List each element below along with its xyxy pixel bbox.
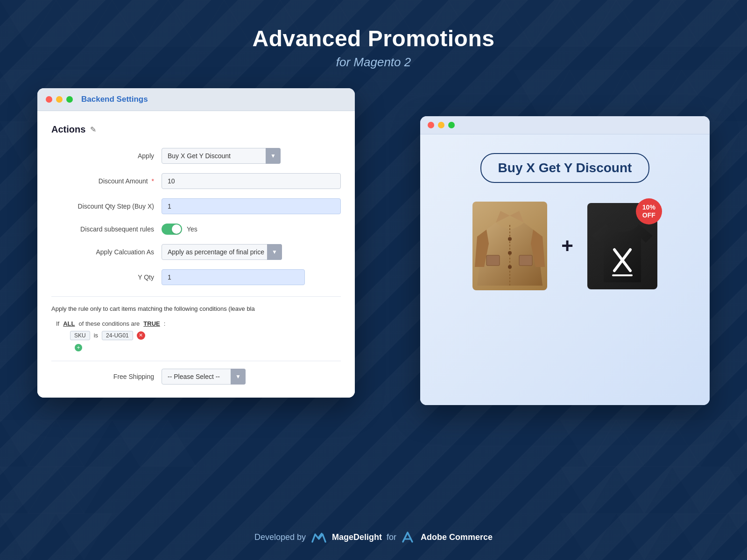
jacket-image	[472, 202, 547, 290]
jacket-product	[472, 202, 547, 290]
discount-off: OFF	[642, 211, 655, 219]
svg-point-70	[508, 237, 512, 241]
main-title: Advanced Promotions	[0, 26, 747, 51]
content-area: Backend Settings Actions ✎ Apply Buy X G…	[0, 84, 747, 448]
free-shipping-select[interactable]: -- Please Select -- Yes No	[162, 369, 246, 385]
remove-condition-button[interactable]: ✕	[137, 331, 145, 340]
edit-icon[interactable]: ✎	[90, 125, 96, 134]
toggle-container: Yes	[162, 224, 341, 235]
magedelight-brand-text: MageDelight	[332, 532, 382, 542]
adobe-commerce-brand-text: Adobe Commerce	[421, 532, 493, 542]
svg-marker-56	[0, 467, 56, 513]
discount-qty-row: Discount Qty Step (Buy X)	[51, 198, 341, 214]
discount-badge: 10% OFF	[636, 198, 662, 224]
discount-percent: 10%	[642, 203, 655, 211]
y-qty-input[interactable]	[162, 269, 305, 285]
preview-minimize-dot[interactable]	[438, 122, 444, 128]
backend-window: Backend Settings Actions ✎ Apply Buy X G…	[37, 88, 355, 398]
toggle-yes-label: Yes	[187, 225, 197, 233]
plus-sign: +	[561, 234, 573, 258]
apply-calc-row: Apply Calcuation As Apply as percentage …	[51, 244, 341, 260]
preview-window: Buy X Get Y Discount	[420, 116, 710, 405]
svg-rect-73	[486, 255, 500, 266]
maximize-dot[interactable]	[66, 96, 73, 103]
sku-value: 24-UG01	[102, 331, 133, 340]
apply-control: Buy X Get Y Discount Percent of product …	[162, 148, 341, 164]
window-controls	[46, 96, 73, 103]
svg-rect-74	[519, 255, 532, 266]
discount-amount-label: Discount Amount *	[51, 177, 154, 185]
is-text: is	[94, 332, 98, 339]
free-shipping-label: Free Shipping	[51, 373, 154, 380]
promo-badge: Buy X Get Y Discount	[480, 153, 650, 183]
free-shipping-select-wrapper: -- Please Select -- Yes No ▼	[162, 369, 246, 385]
apply-calc-label: Apply Calcuation As	[51, 248, 154, 256]
discard-rules-row: Discard subsequent rules Yes	[51, 224, 341, 235]
if-text: If	[56, 320, 59, 327]
discount-amount-row: Discount Amount *	[51, 173, 341, 189]
promo-badge-text: Buy X Get Y Discount	[498, 161, 632, 175]
conditions-of-text: of these conditions are	[79, 320, 140, 327]
y-qty-row: Y Qty	[51, 269, 341, 285]
discount-amount-input[interactable]	[162, 173, 341, 189]
preview-body: Buy X Get Y Discount	[420, 134, 710, 405]
sku-condition-row: SKU is 24-UG01 ✕	[65, 331, 341, 340]
discount-qty-control	[162, 198, 341, 214]
add-condition-button[interactable]: +	[75, 344, 82, 351]
discard-rules-control: Yes	[162, 224, 341, 235]
apply-select-wrapper: Buy X Get Y Discount Percent of product …	[162, 148, 281, 164]
close-dot[interactable]	[46, 96, 52, 103]
window-titlebar: Backend Settings	[37, 88, 355, 111]
page-header: Advanced Promotions for Magento 2	[0, 0, 747, 84]
svg-marker-62	[700, 467, 747, 513]
svg-marker-60	[616, 467, 672, 513]
adobe-commerce-logo-icon	[401, 531, 416, 544]
svg-marker-59	[560, 467, 616, 513]
svg-marker-57	[56, 467, 112, 513]
apply-calc-control: Apply as percentage of final price Apply…	[162, 244, 341, 260]
svg-marker-61	[672, 467, 728, 513]
svg-marker-58	[28, 467, 84, 513]
add-condition-row: +	[61, 344, 341, 351]
products-row: +	[434, 202, 696, 290]
discount-qty-label: Discount Qty Step (Buy X)	[51, 203, 154, 210]
minimize-dot[interactable]	[56, 96, 63, 103]
preview-close-dot[interactable]	[428, 122, 434, 128]
apply-select[interactable]: Buy X Get Y Discount Percent of product …	[162, 148, 281, 164]
free-shipping-row: Free Shipping -- Please Select -- Yes No…	[51, 361, 341, 385]
magedelight-logo-icon	[310, 531, 327, 544]
window-body: Actions ✎ Apply Buy X Get Y Discount Per…	[37, 111, 355, 398]
svg-point-71	[508, 251, 512, 255]
y-qty-control	[162, 269, 341, 285]
page-footer: Developed by MageDelight for Adobe Comme…	[0, 531, 747, 544]
discard-rules-toggle[interactable]	[162, 224, 182, 235]
apply-row: Apply Buy X Get Y Discount Percent of pr…	[51, 148, 341, 164]
true-keyword[interactable]: TRUE	[143, 320, 160, 327]
discount-amount-control	[162, 173, 341, 189]
footer-content: Developed by MageDelight for Adobe Comme…	[0, 531, 747, 544]
required-indicator: *	[152, 177, 154, 185]
tshirt-product: 10% OFF	[587, 203, 657, 289]
preview-titlebar	[420, 116, 710, 134]
discount-qty-input[interactable]	[162, 198, 341, 214]
condition-description: Apply the rule only to cart items matchi…	[51, 304, 341, 314]
for-text: for	[387, 532, 396, 542]
free-shipping-control: -- Please Select -- Yes No ▼	[162, 369, 341, 385]
actions-header: Actions ✎	[51, 124, 341, 135]
discard-rules-label: Discard subsequent rules	[51, 225, 154, 233]
condition-logic-row: If ALL of these conditions are TRUE :	[51, 320, 341, 327]
apply-calc-select-wrapper: Apply as percentage of final price Apply…	[162, 244, 282, 260]
toggle-knob	[172, 224, 181, 234]
preview-maximize-dot[interactable]	[448, 122, 455, 128]
svg-point-72	[508, 265, 512, 269]
main-subtitle: for Magento 2	[0, 55, 747, 70]
apply-label: Apply	[51, 152, 154, 160]
window-title: Backend Settings	[81, 95, 148, 104]
preview-window-controls	[428, 122, 455, 128]
apply-calc-select[interactable]: Apply as percentage of final price Apply…	[162, 244, 282, 260]
colon: :	[164, 320, 166, 327]
sku-label: SKU	[70, 331, 90, 340]
condition-section: Apply the rule only to cart items matchi…	[51, 296, 341, 385]
y-qty-label: Y Qty	[51, 273, 154, 281]
all-keyword[interactable]: ALL	[63, 320, 75, 327]
